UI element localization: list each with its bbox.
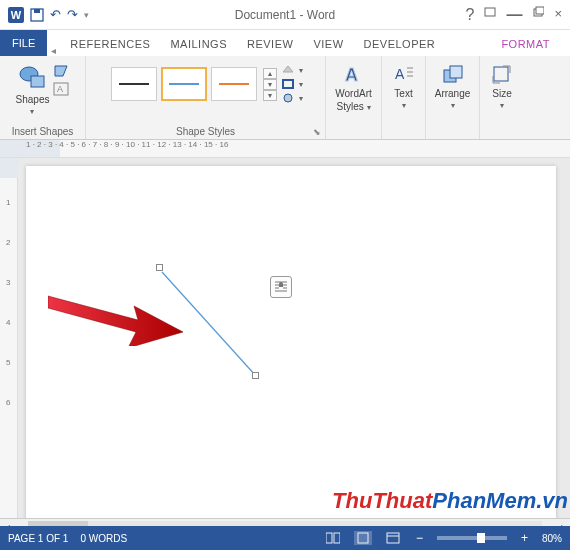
gallery-up-icon[interactable]: ▴ [263,68,277,79]
layout-options-button[interactable] [270,276,292,298]
shapes-gallery-button[interactable]: Shapes ▾ [14,60,52,120]
status-word-count[interactable]: 0 WORDS [80,533,127,544]
style-swatch-1[interactable] [111,67,157,101]
svg-rect-1 [34,9,40,13]
restore-icon[interactable] [532,6,544,18]
view-web-layout-icon[interactable] [384,531,402,545]
chevron-down-icon: ▾ [30,107,34,116]
status-bar: PAGE 1 OF 1 0 WORDS − + 80% [0,526,570,550]
tab-file[interactable]: FILE [0,30,47,56]
svg-rect-18 [326,533,332,543]
zoom-in-button[interactable]: + [519,531,530,545]
view-print-layout-icon[interactable] [354,531,372,545]
workspace: 1 2 3 4 5 6 [0,158,570,518]
svg-rect-4 [536,7,544,14]
status-page[interactable]: PAGE 1 OF 1 [8,533,68,544]
tab-mailings[interactable]: MAILINGS [160,32,237,56]
chevron-down-icon: ▾ [500,101,504,110]
size-label: Size [492,88,511,99]
zoom-level[interactable]: 80% [542,533,562,544]
gallery-down-icon[interactable]: ▾ [263,79,277,90]
tab-review[interactable]: REVIEW [237,32,303,56]
svg-rect-14 [450,66,462,78]
svg-marker-17 [48,296,183,346]
gallery-scroll: ▴ ▾ ▾ [261,68,279,101]
style-swatch-3[interactable] [211,67,257,101]
group-shape-styles: ▴ ▾ ▾ ▾ ▾ ▾ Shape Styles⬊ [86,56,326,139]
svg-text:A: A [345,65,358,85]
arrange-label: Arrange [435,88,471,99]
shapes-label: Shapes [16,94,50,105]
view-read-mode-icon[interactable] [324,531,342,545]
word-app-icon[interactable]: W [8,7,24,23]
annotation-arrow [48,276,188,346]
close-icon[interactable]: × [554,6,562,24]
wordart-label: WordArt [335,88,372,99]
shape-outline-button[interactable]: ▾ [281,78,303,90]
group-insert-shapes: Shapes ▾ A Insert Shapes [0,56,86,139]
qat-customize-icon[interactable]: ▾ [84,10,89,20]
svg-marker-7 [55,66,67,76]
text-button[interactable]: A Text ▾ [387,60,421,114]
edit-shape-icon[interactable] [53,64,69,78]
group-arrange: Arrange ▾ [426,56,480,139]
chevron-down-icon: ▾ [402,101,406,110]
ribbon: Shapes ▾ A Insert Shapes ▴ ▾ ▾ ▾ [0,56,570,140]
dialog-launcher-icon[interactable]: ⬊ [313,127,321,137]
resize-handle-end[interactable] [252,372,259,379]
ribbon-tabs: FILE ◂ REFERENCES MAILINGS REVIEW VIEW D… [0,30,570,56]
ruler-ticks: 1 · 2 · 3 · 4 · 5 · 6 · 7 · 8 · 9 · 10 ·… [26,140,228,149]
text-label: Text [394,88,412,99]
shape-fill-button[interactable]: ▾ [281,64,303,76]
resize-handle-start[interactable] [156,264,163,271]
zoom-out-button[interactable]: − [414,531,425,545]
chevron-down-icon: ▾ [451,101,455,110]
svg-text:A: A [395,66,405,82]
tab-scroll-left-icon[interactable]: ◂ [47,45,60,56]
zoom-slider[interactable] [437,536,507,540]
svg-rect-15 [494,67,508,81]
text-box-icon[interactable]: A [53,82,69,96]
title-bar: W ↶ ↷ ▾ Document1 - Word ? — × [0,0,570,30]
zoom-slider-knob[interactable] [477,533,485,543]
help-icon[interactable]: ? [466,6,475,24]
undo-button[interactable]: ↶ [50,7,61,22]
group-wordart-styles: A WordArt Styles ▾ [326,56,382,139]
style-swatch-2[interactable] [161,67,207,101]
svg-rect-6 [31,76,44,87]
page-area[interactable] [18,158,570,518]
horizontal-ruler[interactable]: 1 · 2 · 3 · 4 · 5 · 6 · 7 · 8 · 9 · 10 ·… [0,140,570,158]
redo-button[interactable]: ↷ [67,7,78,22]
svg-text:A: A [57,84,63,94]
group-size: Size ▾ [480,56,524,139]
layout-options-icon [273,279,289,295]
wordart-sublabel: Styles ▾ [336,101,370,112]
group-label-shape-styles: Shape Styles⬊ [86,126,325,137]
document-page[interactable] [26,166,556,518]
svg-rect-19 [334,533,340,543]
svg-rect-2 [485,8,495,16]
watermark-logo: ThuThuatPhanMem.vn [332,488,568,514]
svg-rect-21 [387,533,399,543]
tab-references[interactable]: REFERENCES [60,32,160,56]
size-button[interactable]: Size ▾ [485,60,519,114]
svg-point-10 [284,94,292,102]
gallery-more-icon[interactable]: ▾ [263,90,277,101]
wordart-styles-button[interactable]: A WordArt Styles ▾ [329,60,378,116]
tab-format[interactable]: FORMAT [491,32,570,56]
arrange-button[interactable]: Arrange ▾ [429,60,477,114]
ribbon-display-icon[interactable] [484,6,496,18]
minimize-icon[interactable]: — [506,6,522,24]
tab-developer[interactable]: DEVELOPER [354,32,446,56]
shape-effects-button[interactable]: ▾ [281,92,303,104]
save-icon[interactable] [30,8,44,22]
vertical-ruler[interactable]: 1 2 3 4 5 6 [0,158,18,518]
quick-access-toolbar: W ↶ ↷ ▾ [0,7,89,23]
group-label-insert-shapes: Insert Shapes [0,126,85,137]
shape-style-gallery[interactable] [107,61,261,107]
svg-rect-20 [358,533,368,543]
group-text: A Text ▾ [382,56,426,139]
tab-view[interactable]: VIEW [303,32,353,56]
